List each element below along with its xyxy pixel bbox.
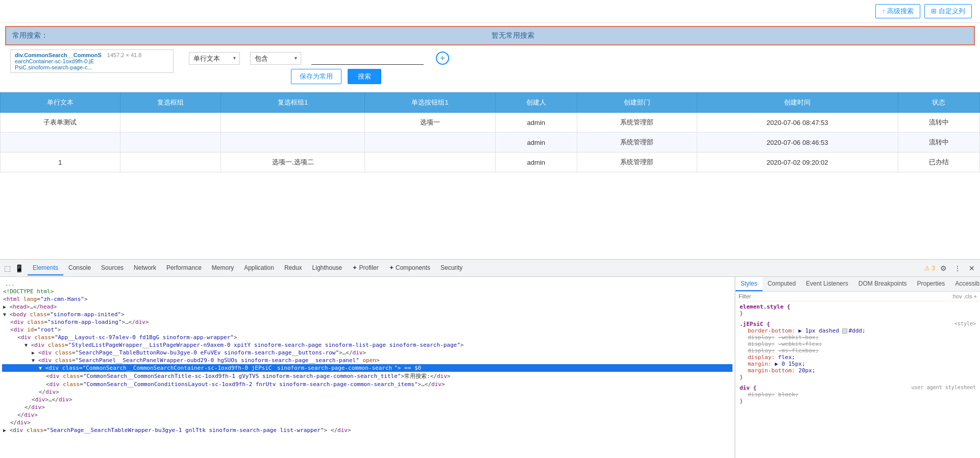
table-cell-1-6: 2020-07-06 08:46:53 (697, 133, 898, 152)
col-header-radio-group1: 单选按钮组1 (365, 93, 495, 113)
common-search-panel: 常用搜索： 暂无常用搜索 (5, 26, 975, 45)
col-header-checkbox-group: 复选框组 (120, 93, 220, 113)
element-class3: PsiC.sinoform-search-page-c... (15, 64, 92, 70)
save-as-common-button[interactable]: 保存为常用 (291, 69, 341, 84)
app-top-bar: ↑ 高级搜索 ⊞ 自定义列 (0, 0, 980, 23)
action-row: 保存为常用 搜索 (189, 67, 975, 89)
search-value-input[interactable] (311, 52, 424, 65)
table-cell-0-6: 2020-07-06 08:47:53 (697, 113, 898, 133)
table-cell-0-5: 系统管理部 (577, 113, 697, 133)
common-search-empty-text: 暂无常用搜索 (58, 31, 968, 40)
field-type-select[interactable]: 单行文本 (189, 52, 240, 65)
element-size: 1457.2 × 41.8 (107, 52, 142, 58)
table-cell-0-2 (221, 113, 365, 133)
table-cell-1-7: 流转中 (898, 133, 979, 152)
table-cell-2-0: 1 (1, 152, 120, 172)
table-cell-2-1 (120, 152, 220, 172)
condition-select-wrapper[interactable]: 包含 (250, 52, 301, 65)
table-cell-1-1 (120, 133, 220, 152)
adv-search-area: 单行文本 包含 + 保存为常用 搜索 (179, 49, 975, 89)
table-cell-0-3: 选项一 (365, 113, 495, 133)
search-button[interactable]: 搜索 (348, 69, 381, 84)
table-row: 1选项一,选项二admin系统管理部2020-07-02 09:20:02已办结 (1, 152, 980, 172)
table-cell-0-7: 流转中 (898, 113, 979, 133)
table-row: admin系统管理部2020-07-06 08:46:53流转中 (1, 133, 980, 152)
table-row: 子表单测试选项一admin系统管理部2020-07-06 08:47:53流转中 (1, 113, 980, 133)
table-cell-0-0: 子表单测试 (1, 113, 120, 133)
data-table: 单行文本 复选框组 复选框组1 单选按钮组1 创建人 创建部门 创建时间 状态 … (0, 92, 980, 172)
table-cell-1-0 (1, 133, 120, 152)
table-cell-1-4: admin (495, 133, 577, 152)
col-header-status: 状态 (898, 93, 979, 113)
col-header-dept: 创建部门 (577, 93, 697, 113)
table-cell-2-6: 2020-07-02 09:20:02 (697, 152, 898, 172)
table-header: 单行文本 复选框组 复选框组1 单选按钮组1 创建人 创建部门 创建时间 状态 (1, 93, 980, 113)
element-tag: div.CommonSearch__CommonS (15, 52, 102, 58)
table-body: 子表单测试选项一admin系统管理部2020-07-06 08:47:53流转中… (1, 113, 980, 172)
table-cell-2-5: 系统管理部 (577, 152, 697, 172)
col-header-creator: 创建人 (495, 93, 577, 113)
table-cell-2-7: 已办结 (898, 152, 979, 172)
common-search-label: 常用搜索： (12, 31, 48, 40)
table-cell-2-4: admin (495, 152, 577, 172)
table-cell-1-5: 系统管理部 (577, 133, 697, 152)
col-header-single-text: 单行文本 (1, 93, 120, 113)
advanced-search-button[interactable]: ↑ 高级搜索 (875, 4, 920, 18)
table-header-row: 单行文本 复选框组 复选框组1 单选按钮组1 创建人 创建部门 创建时间 状态 (1, 93, 980, 113)
element-class2: earchContainer-sc-1oxd9fh-0.jE (15, 58, 94, 64)
table-cell-0-4: admin (495, 113, 577, 133)
table-cell-1-2 (221, 133, 365, 152)
element-tooltip-box: div.CommonSearch__CommonS 1457.2 × 41.8 … (10, 49, 174, 73)
table-cell-0-1 (120, 113, 220, 133)
data-table-container: 单行文本 复选框组 复选框组1 单选按钮组1 创建人 创建部门 创建时间 状态 … (0, 92, 980, 172)
adv-search-row: 单行文本 包含 + (189, 49, 975, 67)
col-header-checkbox-group1: 复选框组1 (221, 93, 365, 113)
add-condition-button[interactable]: + (436, 52, 449, 65)
condition-select[interactable]: 包含 (250, 52, 301, 65)
field-type-select-wrapper[interactable]: 单行文本 (189, 52, 240, 65)
custom-columns-button[interactable]: ⊞ 自定义列 (924, 4, 972, 18)
col-header-time: 创建时间 (697, 93, 898, 113)
element-info-area: div.CommonSearch__CommonS 1457.2 × 41.8 … (0, 48, 980, 89)
table-cell-2-2: 选项一,选项二 (221, 152, 365, 172)
table-cell-2-3 (365, 152, 495, 172)
table-cell-1-3 (365, 133, 495, 152)
search-panel-inner: 常用搜索： 暂无常用搜索 (12, 31, 968, 40)
